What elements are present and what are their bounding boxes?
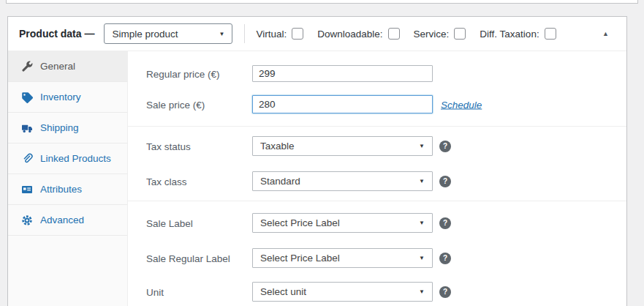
- downloadable-label: Downloadable:: [317, 29, 382, 40]
- service-label: Service:: [414, 29, 450, 40]
- section-divider: [128, 201, 626, 201]
- tax-class-label: Tax class: [146, 176, 187, 187]
- tax-status-label: Tax status: [146, 141, 191, 152]
- sidebar-item-inventory[interactable]: Inventory: [8, 82, 127, 113]
- help-icon[interactable]: ?: [439, 217, 451, 229]
- sale-price-row: Sale price (€) Schedule: [128, 95, 626, 113]
- sidebar-item-linked-products[interactable]: Linked Products: [8, 143, 127, 174]
- sale-regular-label-row: Sale Regular Label Select Price Label ▼ …: [128, 248, 626, 268]
- product-data-panel: Product data — Simple product ▼ Virtual:…: [7, 16, 627, 306]
- sale-label-select[interactable]: Select Price Label ▼: [252, 213, 433, 233]
- panel-header: Product data — Simple product ▼ Virtual:…: [8, 17, 626, 51]
- unit-select[interactable]: Select unit ▼: [252, 282, 433, 302]
- sidebar-item-label: General: [40, 61, 75, 72]
- sidebar-item-label: Linked Products: [40, 153, 111, 164]
- sidebar-item-label: Advanced: [40, 214, 84, 225]
- sale-regular-label-select[interactable]: Select Price Label ▼: [252, 248, 433, 268]
- link-icon: [21, 153, 33, 165]
- panel-title: Product data —: [19, 28, 94, 40]
- wrench-icon: [21, 61, 33, 72]
- sidebar-item-attributes[interactable]: Attributes: [8, 174, 127, 205]
- header-divider: [244, 24, 245, 43]
- general-tab-panel: Regular price (€) Sale price (€) Schedul…: [128, 51, 626, 306]
- sale-label-label: Sale Label: [146, 217, 193, 228]
- section-divider: [128, 126, 626, 127]
- service-checkbox-group: Service:: [414, 28, 466, 40]
- virtual-checkbox-group: Virtual:: [256, 28, 303, 40]
- sale-label-row: Sale Label Select Price Label ▼ ?: [128, 213, 626, 233]
- previous-metabox-edge: [6, 0, 638, 4]
- sidebar-item-label: Attributes: [40, 184, 82, 195]
- help-icon[interactable]: ?: [439, 176, 451, 187]
- panel-body: General Inventory Ship: [8, 51, 626, 306]
- help-icon[interactable]: ?: [439, 253, 451, 264]
- chevron-down-icon: ▼: [419, 255, 425, 261]
- tax-class-row: Tax class Standard ▼ ?: [128, 171, 626, 191]
- service-checkbox[interactable]: [454, 28, 466, 40]
- unit-label: Unit: [146, 286, 164, 297]
- product-data-tabs: General Inventory Ship: [8, 51, 128, 306]
- diff-taxation-checkbox[interactable]: [545, 28, 556, 40]
- sidebar-item-label: Shipping: [40, 122, 79, 133]
- diff-taxation-checkbox-group: Diff. Taxation:: [480, 28, 556, 40]
- unit-row: Unit Select unit ▼ ?: [128, 282, 626, 302]
- tag-icon: [21, 92, 33, 103]
- product-type-select[interactable]: Simple product ▼: [104, 23, 232, 44]
- tax-status-value: Taxable: [260, 141, 295, 152]
- chevron-down-icon: ▼: [419, 288, 425, 295]
- virtual-label: Virtual:: [256, 29, 287, 40]
- tax-status-row: Tax status Taxable ▼ ?: [128, 136, 626, 156]
- unit-value: Select unit: [260, 286, 306, 297]
- help-icon[interactable]: ?: [439, 141, 451, 152]
- chevron-down-icon: ▼: [419, 143, 425, 149]
- sidebar-item-general[interactable]: General: [8, 51, 127, 82]
- chevron-down-icon: ▼: [419, 220, 425, 226]
- tax-status-select[interactable]: Taxable ▼: [252, 136, 433, 156]
- diff-taxation-label: Diff. Taxation:: [480, 29, 539, 40]
- downloadable-checkbox[interactable]: [388, 28, 400, 40]
- sale-label-value: Select Price Label: [260, 217, 340, 228]
- card-icon: [21, 184, 33, 195]
- sale-regular-label-label: Sale Regular Label: [146, 253, 230, 264]
- sidebar-item-shipping[interactable]: Shipping: [8, 113, 127, 143]
- sale-regular-label-value: Select Price Label: [260, 253, 340, 264]
- help-icon[interactable]: ?: [439, 286, 451, 298]
- tax-class-value: Standard: [260, 176, 300, 187]
- truck-icon: [21, 122, 33, 134]
- virtual-checkbox[interactable]: [292, 28, 303, 40]
- tax-class-select[interactable]: Standard ▼: [252, 171, 433, 191]
- regular-price-input[interactable]: [252, 65, 433, 82]
- sale-price-input[interactable]: [252, 95, 433, 113]
- sidebar-item-label: Inventory: [40, 92, 81, 102]
- sidebar-item-advanced[interactable]: Advanced: [8, 205, 127, 236]
- chevron-down-icon: ▼: [419, 178, 425, 184]
- sale-price-label: Sale price (€): [146, 99, 205, 110]
- chevron-down-icon: ▼: [219, 31, 225, 37]
- regular-price-row: Regular price (€): [128, 65, 626, 82]
- downloadable-checkbox-group: Downloadable:: [317, 28, 399, 40]
- regular-price-label: Regular price (€): [146, 68, 220, 79]
- schedule-link[interactable]: Schedule: [441, 99, 482, 110]
- gear-icon: [21, 214, 33, 226]
- product-type-value: Simple product: [112, 29, 178, 40]
- collapse-panel-icon[interactable]: ▲: [602, 17, 626, 51]
